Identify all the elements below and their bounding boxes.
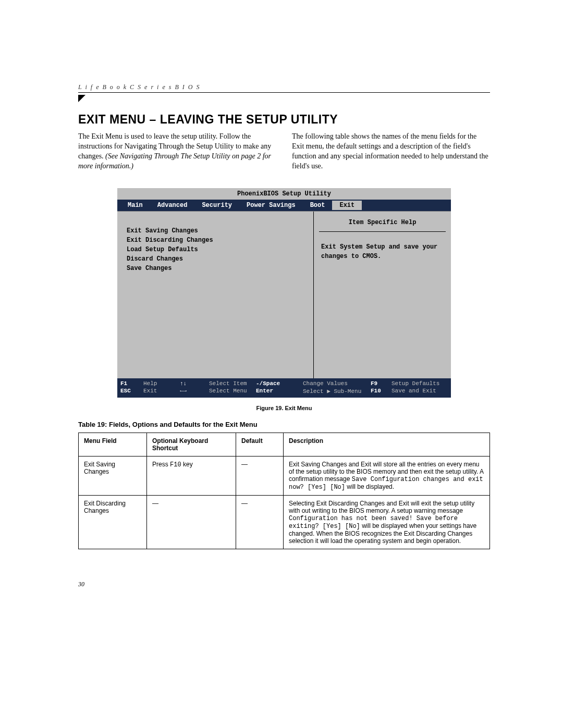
th-default: Default — [236, 433, 284, 456]
key-space: -/Space — [256, 380, 303, 387]
intro-col1-reference: (See Navigating Through The Setup Utilit… — [78, 152, 271, 170]
key-esc: ESC — [120, 388, 143, 394]
bios-menu-items: Exit Saving Changes Exit Discarding Chan… — [117, 212, 314, 378]
key-enter: Enter — [256, 388, 303, 394]
cell-description: Selecting Exit Discarding Changes and Ex… — [284, 495, 490, 549]
label-select-item: Select Item — [209, 380, 256, 387]
intro-col-1: The Exit Menu is used to leave the setup… — [78, 132, 276, 171]
key-updown: ↑↓ — [180, 380, 209, 387]
bios-help-pane: Item Specific Help Exit System Setup and… — [314, 212, 451, 378]
table-title: Table 19: Fields, Options and Defaults f… — [78, 421, 490, 428]
cell-shortcut: Press F10 key — [147, 456, 236, 495]
th-description: Description — [284, 433, 490, 456]
bios-item-load-defaults: Load Setup Defaults — [127, 245, 304, 254]
bios-help-body: Exit System Setup and save your changes … — [319, 242, 446, 261]
label-select-submenu: Select ▶ Sub-Menu — [303, 388, 371, 394]
th-shortcut: Optional Keyboard Shortcut — [147, 433, 236, 456]
key-f10: F10 — [371, 388, 391, 394]
bios-tab-advanced: Advanced — [150, 201, 195, 210]
bios-item-exit-saving: Exit Saving Changes — [127, 226, 304, 236]
bios-item-exit-discarding: Exit Discarding Changes — [127, 236, 304, 245]
table-row: Exit Saving Changes Press F10 key — Exit… — [79, 456, 490, 495]
fields-table: Menu Field Optional Keyboard Shortcut De… — [78, 433, 490, 549]
bios-tab-boot: Boot — [303, 201, 333, 210]
figure-caption: Figure 19. Exit Menu — [78, 405, 490, 411]
th-menu-field: Menu Field — [79, 433, 147, 456]
bios-menubar: Main Advanced Security Power Savings Boo… — [117, 200, 451, 211]
table-row: Exit Discarding Changes — — Selecting Ex… — [79, 495, 490, 549]
label-help: Help — [143, 380, 180, 387]
bios-tab-main: Main — [120, 201, 150, 210]
label-select-menu: Select Menu — [209, 388, 256, 394]
bios-tab-exit: Exit — [332, 201, 362, 210]
bios-help-title: Item Specific Help — [319, 216, 446, 232]
bios-footer-keys: F1 Help ↑↓ Select Item -/Space Change Va… — [117, 378, 451, 398]
cell-description: Exit Saving Changes and Exit will store … — [284, 456, 490, 495]
bios-tab-security: Security — [194, 201, 239, 210]
cell-shortcut: — — [147, 495, 236, 549]
bios-item-save-changes: Save Changes — [127, 264, 304, 273]
label-save-and-exit: Save and Exit — [391, 388, 448, 394]
cell-field: Exit Discarding Changes — [79, 495, 147, 549]
label-change-values: Change Values — [303, 380, 371, 387]
page-number: 30 — [78, 581, 490, 588]
intro-col-2: The following table shows the names of t… — [292, 132, 490, 171]
bios-item-discard-changes: Discard Changes — [127, 254, 304, 264]
intro-columns: The Exit Menu is used to leave the setup… — [78, 132, 490, 171]
svg-marker-0 — [78, 95, 85, 102]
header-triangle-icon — [78, 95, 490, 102]
cell-default: — — [236, 456, 284, 495]
table-header-row: Menu Field Optional Keyboard Shortcut De… — [79, 433, 490, 456]
bios-title-bar: PhoenixBIOS Setup Utility — [117, 188, 451, 200]
bios-screenshot: PhoenixBIOS Setup Utility Main Advanced … — [117, 188, 451, 398]
running-header: L i f e B o o k C S e r i e s B I O S — [78, 83, 490, 93]
section-title: EXIT MENU – LEAVING THE SETUP UTILITY — [78, 113, 490, 127]
label-setup-defaults: Setup Defaults — [391, 380, 448, 387]
key-f1: F1 — [120, 380, 143, 387]
bios-tab-power-savings: Power Savings — [239, 201, 303, 210]
cell-default: — — [236, 495, 284, 549]
key-leftright: ←→ — [180, 388, 209, 394]
key-f9: F9 — [371, 380, 391, 387]
cell-field: Exit Saving Changes — [79, 456, 147, 495]
label-exit: Exit — [143, 388, 180, 394]
